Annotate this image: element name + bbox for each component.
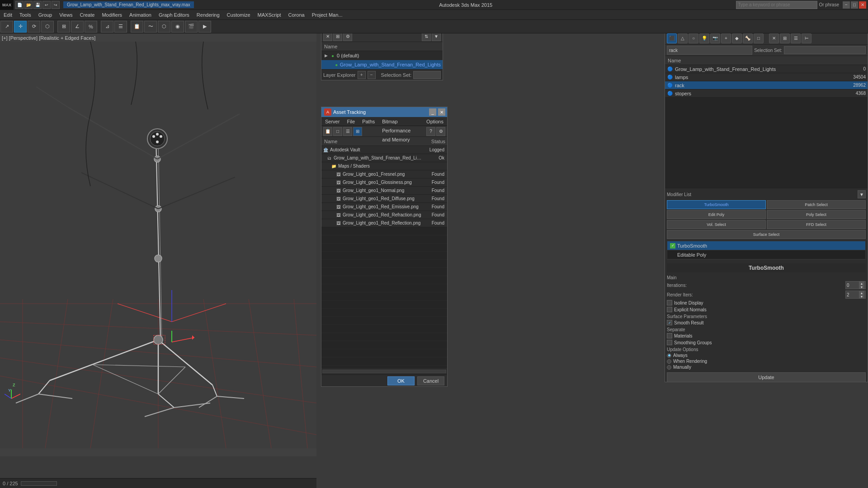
menu-item-graph-editors[interactable]: Graph Editors bbox=[155, 10, 193, 20]
at-help-btn[interactable]: ? bbox=[426, 127, 435, 136]
ts-when-rendering-radio[interactable] bbox=[667, 359, 671, 364]
menu-item-group[interactable]: Group bbox=[35, 10, 56, 20]
ts-iter-up-btn[interactable]: ▲ bbox=[859, 282, 864, 285]
sfs-list-btn[interactable]: ☰ bbox=[791, 33, 801, 43]
at-scrollbar[interactable] bbox=[322, 370, 446, 373]
menu-item-corona[interactable]: Corona bbox=[285, 10, 308, 20]
move-tool-btn[interactable]: ✛ bbox=[14, 21, 27, 33]
at-row-reflection[interactable]: 🖼 Grow_Light_geo1_Red_Reflection.png Fou… bbox=[321, 219, 447, 227]
sfs-modifier-dropdown[interactable]: ▼ bbox=[858, 190, 866, 198]
ts-update-btn[interactable]: Update bbox=[667, 372, 866, 382]
stack-editable-poly[interactable]: Editable Poly bbox=[667, 250, 865, 259]
mod-btn-patch-select[interactable]: Patch Select bbox=[767, 200, 866, 209]
at-btn3[interactable]: ☰ bbox=[343, 127, 352, 136]
tree-row-default[interactable]: ▶ ● 0 (default) bbox=[321, 51, 443, 60]
ts-explicit-checkbox[interactable] bbox=[667, 307, 672, 312]
layer-del-btn[interactable]: − bbox=[368, 71, 376, 79]
layer-mgr-btn[interactable]: 📋 bbox=[131, 21, 143, 33]
sfs-shape-btn[interactable]: ○ bbox=[689, 33, 698, 43]
ts-iterations-spinner[interactable]: 0 ▲ ▼ bbox=[845, 281, 866, 289]
open-icon[interactable]: 📂 bbox=[24, 1, 33, 9]
at-menu-options[interactable]: Options bbox=[423, 117, 447, 126]
sfs-geo-btn[interactable]: △ bbox=[678, 33, 688, 43]
sfs-light-btn[interactable]: 💡 bbox=[699, 33, 709, 43]
snap-toggle-btn[interactable]: ⊞ bbox=[57, 21, 70, 33]
menu-item-maxscript[interactable]: MAXScript bbox=[254, 10, 285, 20]
menu-item-project[interactable]: Project Man... bbox=[308, 10, 346, 20]
timeline-slider[interactable] bbox=[21, 481, 57, 486]
mod-btn-edit-poly[interactable]: Edit Poly bbox=[667, 210, 766, 219]
ts-render-down-btn[interactable]: ▼ bbox=[859, 295, 864, 298]
stack-turbosmooth[interactable]: ✓ TurboSmooth bbox=[667, 241, 865, 250]
ts-smoothgroups-checkbox[interactable] bbox=[667, 340, 672, 345]
sfs-x-btn[interactable]: ✕ bbox=[769, 33, 779, 43]
menu-item-tools[interactable]: Tools bbox=[16, 10, 35, 20]
sfs-helper-btn[interactable]: + bbox=[721, 33, 731, 43]
menu-item-customize[interactable]: Customize bbox=[223, 10, 254, 20]
mod-btn-vol-select[interactable]: Vol. Select bbox=[667, 220, 766, 229]
sfs-search-input[interactable] bbox=[667, 46, 752, 55]
at-row-fresnel[interactable]: 🖼 Grow_Light_geo1_Fresnel.png Found bbox=[321, 170, 447, 178]
mod-btn-poly-select[interactable]: Poly Select bbox=[767, 210, 866, 219]
at-row-glossiness[interactable]: 🖼 Grow_Light_geo1_Glossiness.png Found bbox=[321, 178, 447, 187]
ts-always-radio[interactable] bbox=[667, 353, 671, 358]
at-btn4[interactable]: ⊞ bbox=[353, 127, 362, 136]
mod-btn-surface-select[interactable]: Surface Select bbox=[667, 230, 866, 239]
ts-materials-checkbox[interactable] bbox=[667, 333, 672, 338]
rotate-tool-btn[interactable]: ⟳ bbox=[28, 21, 40, 33]
tree-row-lamp[interactable]: ● Grow_Lamp_with_Stand_Frenan_Red_Lights bbox=[321, 60, 443, 69]
sfs-all-btn[interactable]: ⬛ bbox=[667, 33, 677, 43]
maximize-button[interactable]: □ bbox=[851, 1, 858, 9]
layer-add-btn[interactable]: + bbox=[358, 71, 366, 79]
scale-tool-btn[interactable]: ⬡ bbox=[41, 21, 54, 33]
at-menu-server[interactable]: Server bbox=[321, 117, 343, 126]
at-menu-bitmap[interactable]: Bitmap Performance and Memory bbox=[378, 117, 423, 126]
render-btn[interactable]: ▶ bbox=[198, 21, 211, 33]
at-row-refraction[interactable]: 🖼 Grow_Light_geo1_Red_Refraction.png Fou… bbox=[321, 211, 447, 219]
menu-item-create[interactable]: Create bbox=[76, 10, 98, 20]
ts-isoline-checkbox[interactable] bbox=[667, 300, 672, 305]
at-row-vault[interactable]: 🏦 Autodesk Vault Logged bbox=[321, 146, 447, 154]
ts-render-up-btn[interactable]: ▲ bbox=[859, 291, 864, 295]
sfs-expand-btn[interactable]: ⊞ bbox=[780, 33, 790, 43]
save-icon[interactable]: 💾 bbox=[33, 1, 42, 9]
selection-set-input[interactable] bbox=[413, 71, 441, 79]
sfs-hier-btn[interactable]: ⊢ bbox=[802, 33, 811, 43]
sfs-selection-set[interactable] bbox=[784, 46, 866, 54]
at-ok-btn[interactable]: OK bbox=[387, 376, 415, 385]
mod-btn-ffd-select[interactable]: FFD Select bbox=[767, 220, 866, 229]
asset-tracking-close[interactable]: ✕ bbox=[438, 108, 445, 116]
sfs-cam-btn[interactable]: 📷 bbox=[710, 33, 720, 43]
at-row-normal[interactable]: 🖼 Grow_Light_geo1_Normal.png Found bbox=[321, 187, 447, 195]
ts-manually-radio[interactable] bbox=[667, 365, 671, 370]
at-cancel-btn[interactable]: Cancel bbox=[417, 376, 444, 385]
ts-iter-down-btn[interactable]: ▼ bbox=[859, 285, 864, 289]
at-btn2[interactable]: □ bbox=[333, 127, 342, 136]
sfs-row-lamp[interactable]: 🔵 Grow_Lamp_with_Stand_Frenan_Red_Lights… bbox=[665, 65, 868, 73]
sfs-space-btn[interactable]: ◆ bbox=[732, 33, 742, 43]
at-btn1[interactable]: 📋 bbox=[323, 127, 332, 136]
at-menu-paths[interactable]: Paths bbox=[359, 117, 378, 126]
at-settings-btn[interactable]: ⚙ bbox=[436, 127, 445, 136]
sfs-group-btn[interactable]: □ bbox=[754, 33, 764, 43]
at-row-diffuse[interactable]: 🖼 Grow_Light_geo1_Red_Diffuse.png Found bbox=[321, 195, 447, 203]
asset-tracking-minimize[interactable]: _ bbox=[429, 108, 436, 116]
angle-snap-btn[interactable]: ∠ bbox=[71, 21, 84, 33]
mod-btn-turbosmooth[interactable]: TurboSmooth bbox=[667, 200, 766, 209]
close-button[interactable]: ✕ bbox=[859, 1, 866, 9]
material-editor-btn[interactable]: ◉ bbox=[171, 21, 184, 33]
sfs-row-rack[interactable]: 🔵 rack 28962 bbox=[665, 81, 868, 89]
curve-editor-btn[interactable]: 〜 bbox=[144, 21, 157, 33]
menu-item-edit[interactable]: Edit bbox=[0, 10, 16, 20]
menu-item-rendering[interactable]: Rendering bbox=[193, 10, 223, 20]
select-tool-btn[interactable]: ↗ bbox=[0, 21, 13, 33]
at-row-scene-file[interactable]: 🗂 Grow_Lamp_with_Stand_Frenan_Red_Lights… bbox=[321, 154, 447, 162]
redo-icon[interactable]: ↪ bbox=[52, 1, 60, 9]
sfs-row-stopers[interactable]: 🔵 stopers 4368 bbox=[665, 89, 868, 98]
percent-snap-btn[interactable]: % bbox=[85, 21, 97, 33]
minimize-button[interactable]: − bbox=[843, 1, 850, 9]
at-menu-file[interactable]: File bbox=[343, 117, 359, 126]
search-input[interactable] bbox=[736, 1, 817, 9]
menu-item-views[interactable]: Views bbox=[56, 10, 76, 20]
sfs-bone-btn[interactable]: 🦴 bbox=[743, 33, 753, 43]
